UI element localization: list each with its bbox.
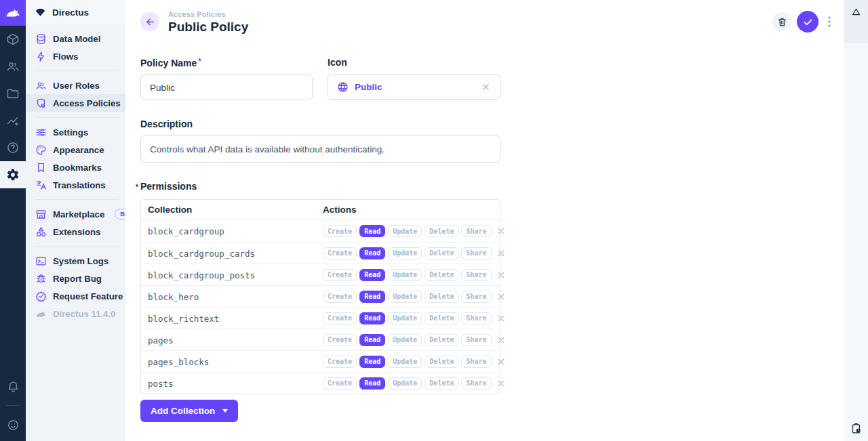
nav-item-request-feature[interactable]: Request Feature (26, 287, 125, 305)
action-chip-create[interactable]: Create (323, 291, 357, 303)
nav-divider (35, 246, 119, 247)
description-field-group: Description (140, 119, 500, 163)
nav-item-version: Directus 11.4.0 (26, 305, 125, 322)
action-chip-delete[interactable]: Delete (425, 377, 458, 390)
add-collection-button[interactable]: Add Collection (140, 400, 238, 422)
policy-name-label: Policy Name* (140, 57, 313, 68)
action-chip-create[interactable]: Create (323, 247, 357, 259)
nav-item-label: System Logs (53, 256, 108, 266)
module-settings[interactable] (0, 161, 26, 188)
breadcrumb[interactable]: Access Policies (168, 11, 248, 18)
action-chip-create[interactable]: Create (323, 312, 357, 324)
action-chip-share[interactable]: Share (461, 377, 491, 390)
action-chip-delete[interactable]: Delete (425, 225, 458, 237)
nav-item-data-model[interactable]: Data Model (26, 30, 125, 47)
icon-select[interactable]: Public (328, 74, 500, 100)
nav-item-appearance[interactable]: Appearance (26, 141, 125, 159)
action-chip-update[interactable]: Update (388, 225, 422, 237)
revisions-clipboard-icon (850, 423, 862, 434)
module-insights[interactable] (0, 107, 26, 134)
revisions-button[interactable] (850, 423, 862, 434)
nav-item-bookmarks[interactable]: Bookmarks (26, 159, 125, 176)
action-chips: CreateReadUpdateDeleteShare (323, 291, 492, 303)
action-chip-read[interactable]: Read (359, 334, 385, 346)
action-chips: CreateReadUpdateDeleteShare (323, 269, 492, 281)
action-chip-update[interactable]: Update (388, 377, 422, 390)
remove-row-button[interactable] (496, 226, 506, 236)
notifications-bell-icon (7, 380, 20, 393)
action-chip-delete[interactable]: Delete (425, 334, 458, 346)
action-chip-read[interactable]: Read (359, 225, 385, 237)
description-input[interactable] (140, 135, 500, 163)
action-chip-update[interactable]: Update (388, 269, 422, 281)
module-help[interactable] (0, 134, 26, 161)
account-button[interactable] (0, 411, 26, 438)
action-chip-share[interactable]: Share (461, 312, 491, 324)
check-icon (802, 16, 814, 28)
nav-item-user-roles[interactable]: User Roles (26, 77, 125, 94)
action-chip-read[interactable]: Read (359, 312, 385, 324)
module-content[interactable] (0, 26, 26, 53)
action-chip-delete[interactable]: Delete (425, 269, 458, 281)
action-chip-read[interactable]: Read (359, 377, 385, 390)
action-chip-update[interactable]: Update (388, 356, 422, 368)
remove-row-button[interactable] (496, 249, 506, 258)
action-chip-create[interactable]: Create (323, 269, 357, 281)
directus-logo-button[interactable] (0, 0, 26, 26)
collection-name: posts (148, 379, 174, 389)
action-chip-delete[interactable]: Delete (425, 291, 458, 303)
storefront-icon (35, 209, 47, 220)
remove-row-button[interactable] (496, 270, 506, 280)
action-chip-update[interactable]: Update (388, 247, 422, 259)
permission-row: block_hero CreateReadUpdateDeleteShare (141, 285, 500, 307)
project-header[interactable]: Directus (26, 0, 125, 24)
action-chip-delete[interactable]: Delete (425, 247, 458, 259)
nav-item-report-bug[interactable]: Report Bug (26, 270, 125, 287)
action-chip-create[interactable]: Create (323, 356, 357, 368)
action-chip-create[interactable]: Create (323, 225, 357, 237)
remove-row-button[interactable] (496, 292, 506, 301)
remove-row-button[interactable] (496, 335, 506, 345)
action-chip-share[interactable]: Share (461, 247, 491, 259)
action-chip-read[interactable]: Read (359, 291, 385, 303)
action-chip-create[interactable]: Create (323, 334, 357, 346)
back-button[interactable] (140, 12, 159, 31)
more-options-button[interactable] (824, 16, 835, 27)
permissions-table: Collection Actions block_cardgroup Creat… (140, 199, 500, 394)
nav-item-extensions[interactable]: Extensions (26, 223, 125, 240)
nav-item-flows[interactable]: Flows (26, 47, 125, 65)
notifications-button[interactable] (0, 373, 26, 400)
clear-icon-button[interactable] (481, 82, 491, 92)
delete-policy-button[interactable] (772, 12, 791, 31)
nav-item-marketplace[interactable]: Marketplace Beta (26, 205, 125, 223)
module-files[interactable] (0, 80, 26, 107)
action-chip-create[interactable]: Create (323, 377, 357, 390)
nav-item-label: Access Policies (53, 98, 121, 108)
action-chip-share[interactable]: Share (461, 225, 491, 237)
remove-row-button[interactable] (496, 379, 506, 388)
save-button[interactable] (797, 11, 818, 33)
sidebar-toggle[interactable] (844, 0, 868, 43)
nav-item-system-logs[interactable]: System Logs (26, 252, 125, 270)
nav-item-access-policies[interactable]: Access Policies (26, 94, 125, 112)
action-chip-read[interactable]: Read (359, 269, 385, 281)
action-chip-share[interactable]: Share (461, 334, 491, 346)
policy-name-input[interactable] (140, 75, 313, 100)
action-chip-delete[interactable]: Delete (425, 312, 458, 324)
nav-item-translations[interactable]: Translations (26, 176, 125, 194)
action-chip-update[interactable]: Update (388, 334, 422, 346)
action-chip-update[interactable]: Update (388, 312, 422, 324)
nav-item-settings[interactable]: Settings (26, 123, 125, 141)
remove-row-button[interactable] (496, 357, 506, 366)
remove-row-button[interactable] (496, 314, 506, 323)
feature-badge-icon (35, 291, 47, 302)
action-chip-read[interactable]: Read (359, 247, 385, 259)
action-chip-share[interactable]: Share (461, 356, 491, 368)
action-chip-share[interactable]: Share (461, 291, 491, 303)
action-chip-share[interactable]: Share (461, 269, 491, 281)
action-chip-read[interactable]: Read (359, 356, 385, 368)
action-chip-delete[interactable]: Delete (425, 356, 458, 368)
module-users[interactable] (0, 53, 26, 80)
action-chip-update[interactable]: Update (388, 291, 422, 303)
project-name: Directus (52, 7, 89, 18)
